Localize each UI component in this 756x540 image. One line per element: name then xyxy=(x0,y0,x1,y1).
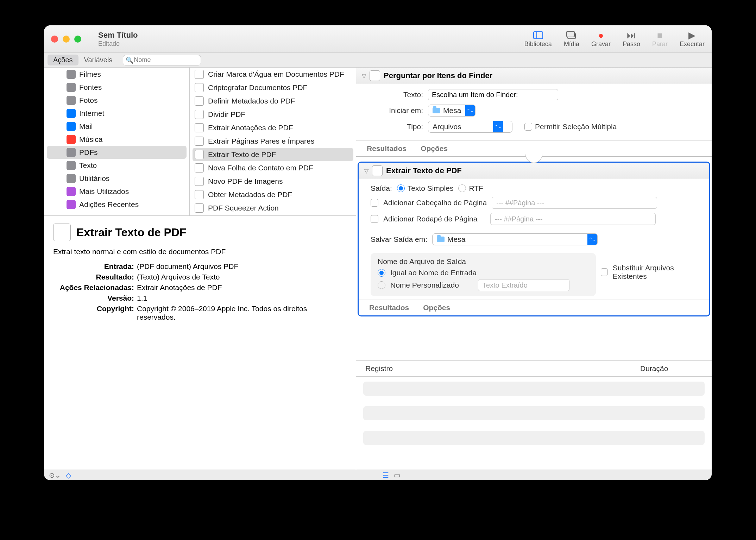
output-rtf-radio[interactable] xyxy=(458,184,466,192)
log-col-registro[interactable]: Registro xyxy=(356,361,631,376)
library-item[interactable]: Filmes xyxy=(44,68,189,81)
library-item[interactable]: Mail xyxy=(44,120,189,133)
log-panel: Registro Duração xyxy=(356,360,712,470)
action-item[interactable]: Novo PDF de Imagens xyxy=(190,175,356,188)
log-view-detail-icon[interactable]: ▭ xyxy=(394,471,401,479)
add-header-checkbox[interactable] xyxy=(371,199,378,207)
actions-list[interactable]: Criar Marca d'Água em Documentos PDFCrip… xyxy=(190,68,356,215)
folder-icon xyxy=(433,108,440,113)
action-item[interactable]: Extrair Páginas Pares e Ímpares xyxy=(190,134,356,148)
folder-icon xyxy=(437,237,445,242)
save-in-select[interactable]: Mesa ⌃⌄ xyxy=(432,233,598,245)
media-button[interactable]: Mídia xyxy=(564,30,579,48)
step-button[interactable]: ⏭ Passo xyxy=(623,30,640,48)
library-icon xyxy=(524,30,552,40)
log-view-list-icon[interactable]: ☰ xyxy=(383,471,389,479)
search-input[interactable] xyxy=(123,55,201,65)
library-item[interactable]: Música xyxy=(44,133,189,146)
action-item[interactable]: Obter Metadados de PDF xyxy=(190,188,356,201)
overwrite-checkbox[interactable] xyxy=(601,268,608,276)
category-icon xyxy=(67,96,76,105)
results-tab[interactable]: Resultados xyxy=(367,144,407,153)
window-title-block: Sem Título Editado xyxy=(98,30,138,48)
options-tab[interactable]: Opções xyxy=(423,303,450,312)
workflow-steps[interactable]: ▽ Perguntar por Itens do Finder Texto: I… xyxy=(356,68,712,360)
minimize-button[interactable] xyxy=(63,36,70,43)
type-select[interactable]: Arquivos ⌃⌄ xyxy=(428,121,512,133)
options-tab[interactable]: Opções xyxy=(421,144,448,153)
library-item[interactable]: Fontes xyxy=(44,81,189,94)
tab-variables[interactable]: Variáveis xyxy=(78,55,118,65)
stop-button[interactable]: ■ Parar xyxy=(652,30,668,48)
action-icon xyxy=(195,110,204,119)
category-icon xyxy=(67,135,76,144)
category-icon xyxy=(67,122,76,131)
action-icon xyxy=(195,70,204,79)
zoom-button[interactable] xyxy=(74,36,81,43)
action-item[interactable]: Nova Folha de Contato em PDF xyxy=(190,161,356,175)
close-button[interactable] xyxy=(51,36,58,43)
step-icon: ⏭ xyxy=(623,30,640,40)
pdf-action-icon xyxy=(372,165,383,176)
allow-multiple-checkbox[interactable] xyxy=(524,123,532,131)
action-item[interactable]: Criar Marca d'Água em Documentos PDF xyxy=(190,68,356,81)
svg-rect-0 xyxy=(534,32,543,39)
add-footer-checkbox[interactable] xyxy=(371,215,378,223)
library-item[interactable]: Internet xyxy=(44,107,189,120)
add-header-label: Adicionar Cabeçalho de Página xyxy=(383,199,487,207)
workflow-step-extract-pdf-text[interactable]: ▽ Extrair Texto de PDF Saída: Texto Simp… xyxy=(358,162,710,316)
search-field[interactable]: 🔍 xyxy=(123,55,201,65)
start-in-select[interactable]: Mesa ⌃⌄ xyxy=(428,105,475,117)
action-item[interactable]: Extrair Anotações de PDF xyxy=(190,121,356,134)
add-footer-label: Adicionar Rodapé de Página xyxy=(383,215,485,223)
log-row xyxy=(363,406,705,420)
action-description-panel: Extrair Texto de PDF Extrai texto normal… xyxy=(44,215,356,470)
workflow-step-ask-finder[interactable]: ▽ Perguntar por Itens do Finder Texto: I… xyxy=(356,68,712,157)
action-item[interactable]: Dividir PDF xyxy=(190,108,356,121)
disclosure-icon[interactable]: ▽ xyxy=(364,168,368,174)
output-plain-radio[interactable] xyxy=(397,184,405,192)
allow-multiple-label: Permitir Seleção Múltipla xyxy=(535,123,617,131)
results-tab[interactable]: Resultados xyxy=(369,303,409,312)
library-item[interactable]: Texto xyxy=(44,159,189,172)
action-item[interactable]: Definir Metadados do PDF xyxy=(190,94,356,108)
action-item[interactable]: Extrair Texto de PDF xyxy=(193,148,353,161)
tab-actions[interactable]: Ações xyxy=(48,55,78,65)
library-item[interactable]: Fotos xyxy=(44,94,189,107)
library-button[interactable]: Biblioteca xyxy=(524,30,552,48)
window-subtitle: Editado xyxy=(98,40,138,48)
custom-name-radio[interactable] xyxy=(378,281,385,289)
category-icon xyxy=(67,148,76,157)
footer-template-input[interactable]: --- ##Página --- xyxy=(490,213,656,225)
output-label: Saída: xyxy=(371,184,392,193)
library-item[interactable]: Utilitários xyxy=(44,172,189,185)
chevron-updown-icon: ⌃⌄ xyxy=(587,234,597,245)
chevron-updown-icon: ⌃⌄ xyxy=(493,121,503,132)
workflow-column: ▽ Perguntar por Itens do Finder Texto: I… xyxy=(356,68,712,470)
disclosure-icon[interactable]: ▽ xyxy=(362,73,366,79)
action-item[interactable]: Criptografar Documentos PDF xyxy=(190,81,356,94)
action-icon xyxy=(195,190,204,199)
category-icon xyxy=(67,109,76,118)
search-icon: 🔍 xyxy=(126,56,133,64)
category-icon xyxy=(67,187,76,196)
toolbar: Biblioteca Mídia ● Gravar ⏭ Passo ■ Para… xyxy=(524,30,705,48)
action-item[interactable]: PDF Squeezer Action xyxy=(190,201,356,215)
custom-name-input[interactable]: Texto Extraído xyxy=(478,279,569,291)
same-name-radio[interactable] xyxy=(378,269,385,277)
library-item[interactable]: Adições Recentes xyxy=(44,198,189,211)
description-title: Extrair Texto de PDF xyxy=(76,226,186,239)
library-item[interactable]: Mais Utilizados xyxy=(44,185,189,198)
options-menu-icon[interactable]: ⊙⌄ xyxy=(49,471,61,479)
workflow-input-icon[interactable]: ◇ xyxy=(66,471,71,479)
library-list[interactable]: FilmesFontesFotosInternetMailMúsicaPDFsT… xyxy=(44,68,190,215)
library-item[interactable]: PDFs xyxy=(47,146,187,159)
type-label: Tipo: xyxy=(377,123,423,131)
overwrite-label: Substituir Arquivos Existentes xyxy=(613,264,699,281)
record-button[interactable]: ● Gravar xyxy=(591,30,611,48)
log-col-duracao[interactable]: Duração xyxy=(631,361,712,376)
header-template-input[interactable]: --- ##Página --- xyxy=(492,197,657,209)
action-icon xyxy=(195,163,204,172)
prompt-text-input[interactable] xyxy=(428,89,558,100)
run-button[interactable]: ▶ Executar xyxy=(680,30,705,48)
